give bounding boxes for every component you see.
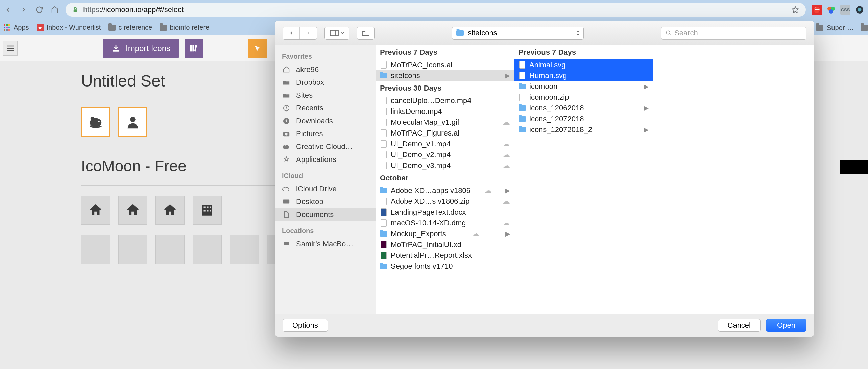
file-row[interactable]: siteIcons▶ xyxy=(376,70,514,81)
file-row[interactable]: MoTrPAC_Figures.ai xyxy=(376,128,514,139)
dialog-forward-button[interactable] xyxy=(300,27,317,39)
icon-cell[interactable] xyxy=(81,196,110,225)
icon-cell[interactable] xyxy=(230,235,259,264)
file-dialog: siteIcons Search Favorites akre96 Dropbo… xyxy=(275,21,814,337)
sidebar-item-macbook[interactable]: Samir's MacBo… xyxy=(275,238,376,250)
bookmark-bioinfo[interactable]: bioinfo refere xyxy=(160,24,209,31)
icon-cell[interactable] xyxy=(118,196,147,225)
svg-rect-8 xyxy=(6,24,8,26)
file-row[interactable]: MoTrPAC_InitialUI.xd xyxy=(376,239,514,250)
svg-rect-10 xyxy=(4,27,5,28)
svg-rect-44 xyxy=(284,242,289,245)
apps-label: Apps xyxy=(14,24,29,31)
sidebar-item-pictures[interactable]: Pictures xyxy=(275,127,376,140)
colorpicker-icon[interactable] xyxy=(826,5,836,15)
sidebar-item-home[interactable]: akre96 xyxy=(275,63,376,76)
back-button[interactable] xyxy=(3,5,13,15)
folder-icon xyxy=(816,25,823,31)
icon-cell[interactable] xyxy=(155,196,185,225)
options-button[interactable]: Options xyxy=(283,319,328,332)
downloads-icon xyxy=(282,117,291,125)
file-row[interactable]: Adobe XD…apps v1806☁▶ xyxy=(376,185,514,196)
bookmark-overflow[interactable]: Super-… xyxy=(812,20,868,35)
file-row[interactable]: MolecularMap_v1.gif☁ xyxy=(376,117,514,128)
svg-rect-11 xyxy=(6,27,8,28)
sidebar-item-recents[interactable]: Recents xyxy=(275,102,376,115)
icon-cell[interactable] xyxy=(193,196,222,225)
file-row[interactable]: icons_12072018_2▶ xyxy=(514,124,653,135)
sidebar-item-sites[interactable]: Sites xyxy=(275,89,376,102)
icon-cell[interactable] xyxy=(155,235,185,264)
bookmark-wunderlist[interactable]: ★Inbox - Wunderlist xyxy=(37,24,101,31)
icon-cell-animal[interactable] xyxy=(81,107,110,137)
css-peeper-icon[interactable]: CSS xyxy=(840,5,850,15)
file-row[interactable]: LandingPageText.docx xyxy=(376,207,514,218)
svg-marker-1 xyxy=(792,7,798,13)
forward-button[interactable] xyxy=(19,5,28,15)
file-row[interactable]: PotentialPr…Report.xlsx xyxy=(376,250,514,261)
svg-rect-19 xyxy=(190,45,192,51)
apps-bookmark[interactable]: Apps xyxy=(3,24,29,31)
new-folder-button[interactable] xyxy=(357,27,374,39)
file-row[interactable]: icomoon.zip xyxy=(514,92,653,103)
menu-button[interactable] xyxy=(3,41,18,56)
svg-rect-28 xyxy=(207,207,208,208)
bookmark-c-reference[interactable]: c reference xyxy=(108,24,152,31)
sidebar-item-dropbox[interactable]: Dropbox xyxy=(275,76,376,89)
file-row[interactable]: icons_12072018 xyxy=(514,114,653,124)
svg-rect-27 xyxy=(204,207,206,208)
file-row[interactable]: Animal.svg xyxy=(514,59,653,70)
open-button[interactable]: Open xyxy=(766,319,806,332)
svg-rect-0 xyxy=(74,9,77,12)
file-row[interactable]: UI_Demo_v1.mp4☁ xyxy=(376,139,514,149)
icon-cell[interactable] xyxy=(193,235,222,264)
browser-toolbar: https://icomoon.io/app/#/select ⛔ CSS xyxy=(0,0,868,20)
search-field[interactable]: Search xyxy=(661,27,806,40)
sidebar-item-downloads[interactable]: Downloads xyxy=(275,115,376,127)
dialog-back-button[interactable] xyxy=(283,27,300,39)
star-icon[interactable] xyxy=(792,6,799,14)
home-button[interactable] xyxy=(50,5,59,15)
file-row[interactable]: Human.svg xyxy=(514,70,653,81)
reload-button[interactable] xyxy=(34,5,44,15)
svg-rect-9 xyxy=(8,24,10,26)
dropdown-arrows-icon xyxy=(576,30,580,36)
sidebar-item-desktop[interactable]: Desktop xyxy=(275,195,376,208)
cancel-button[interactable]: Cancel xyxy=(718,319,761,332)
search-placeholder: Search xyxy=(674,29,698,38)
icon-cell-human[interactable] xyxy=(118,107,147,137)
svg-rect-21 xyxy=(194,45,197,51)
file-row[interactable]: Segoe fonts v1710 xyxy=(376,261,514,272)
file-row[interactable]: icons_12062018▶ xyxy=(514,103,653,114)
sidebar-item-creative-cloud[interactable]: Creative Cloud… xyxy=(275,140,376,153)
file-column-preview xyxy=(653,45,814,314)
icon-cell[interactable] xyxy=(81,235,110,264)
folder-icon xyxy=(108,25,116,31)
url-bar[interactable]: https://icomoon.io/app/#/select xyxy=(66,3,806,17)
file-row[interactable]: cancelUplo…Demo.mp4 xyxy=(376,95,514,106)
svg-point-6 xyxy=(858,8,862,12)
path-dropdown[interactable]: siteIcons xyxy=(452,27,584,40)
sidebar-item-applications[interactable]: Applications xyxy=(275,153,376,166)
view-columns-button[interactable] xyxy=(325,27,349,39)
file-row[interactable]: icomoon▶ xyxy=(514,81,653,92)
svg-point-24 xyxy=(98,121,100,122)
file-row[interactable]: macOS-10.14-XD.dmg☁ xyxy=(376,218,514,228)
arrow-icon: ▶ xyxy=(505,72,510,79)
import-icons-button[interactable]: Import Icons xyxy=(103,39,179,58)
file-row[interactable]: linksDemo.mp4 xyxy=(376,106,514,117)
file-row[interactable]: UI_Demo_v2.mp4☁ xyxy=(376,149,514,160)
eye-ext-icon[interactable] xyxy=(854,5,865,15)
file-row[interactable]: UI_Demo_v3.mp4☁ xyxy=(376,160,514,171)
file-row[interactable]: MoTrPAC_Icons.ai xyxy=(376,59,514,70)
sidebar-item-documents[interactable]: Documents xyxy=(275,208,376,221)
sidebar-item-icloud-drive[interactable]: iCloud Drive xyxy=(275,182,376,195)
nav-segment xyxy=(283,27,317,40)
abp-icon[interactable]: ⛔ xyxy=(812,5,822,15)
icon-cell[interactable] xyxy=(118,235,147,264)
file-row[interactable]: Adobe XD…s v1806.zip☁ xyxy=(376,196,514,207)
library-button[interactable] xyxy=(185,39,203,58)
select-tool-button[interactable] xyxy=(248,39,267,58)
svg-rect-30 xyxy=(204,210,206,211)
file-row[interactable]: Mockup_Exports☁▶ xyxy=(376,228,514,239)
